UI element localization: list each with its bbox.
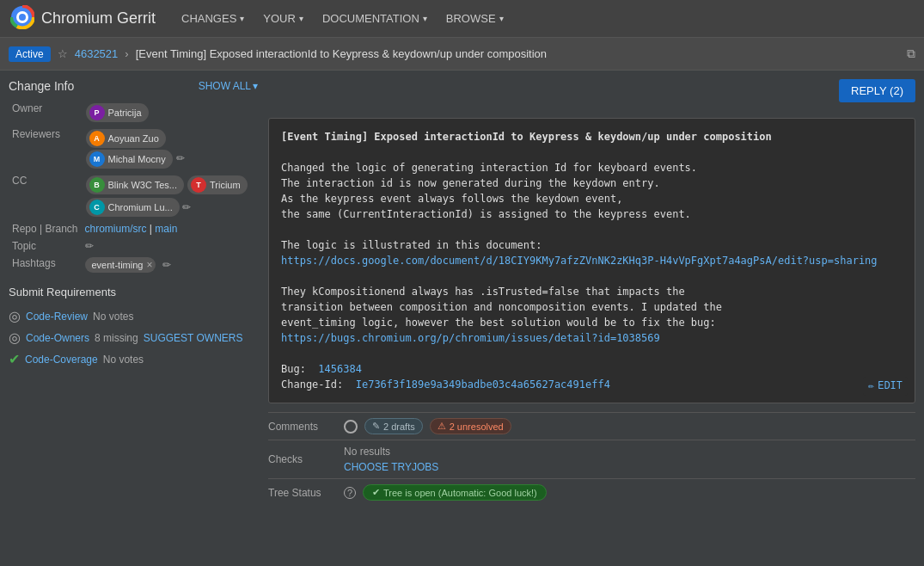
- chevron-down-icon: ▾: [299, 14, 303, 23]
- show-all-button[interactable]: SHOW ALL ▾: [199, 80, 258, 92]
- edit-cc-icon[interactable]: ✏: [182, 201, 191, 213]
- change-info-header: Change Info SHOW ALL ▾: [9, 79, 258, 93]
- checks-row: Checks No results CHOOSE TRYJOBS: [268, 440, 915, 478]
- hashtags-label: Hashtags: [9, 255, 82, 275]
- req-code-owners-missing: 8 missing: [95, 332, 138, 344]
- edit-hashtags-icon[interactable]: ✏: [162, 259, 171, 271]
- app-header: Chromium Gerrit CHANGES ▾ YOUR ▾ DOCUMEN…: [0, 0, 924, 38]
- submit-requirements-section: Submit Requirements ◎ Code-Review No vot…: [9, 286, 258, 370]
- comment-circle-icon: [344, 420, 358, 434]
- help-icon[interactable]: ?: [344, 487, 356, 499]
- avatar: C: [89, 200, 105, 215]
- reviewer2-chip[interactable]: M Michal Mocny: [86, 150, 173, 169]
- main-nav: CHANGES ▾ YOUR ▾ DOCUMENTATION ▾ BROWSE …: [173, 7, 512, 30]
- avatar: B: [89, 177, 105, 193]
- drafts-badge[interactable]: ✎ 2 drafts: [364, 418, 423, 434]
- req-code-owners-link[interactable]: Code-Owners: [26, 332, 89, 344]
- reviewer1-chip[interactable]: A Aoyuan Zuo: [86, 129, 166, 148]
- cc2-chip[interactable]: T Tricium: [187, 175, 248, 194]
- avatar: P: [89, 105, 105, 120]
- app-title: Chromium Gerrit: [41, 9, 156, 28]
- hashtags-row: Hashtags event-timing × ✏: [9, 255, 258, 275]
- nav-changes[interactable]: CHANGES ▾: [173, 7, 253, 30]
- reply-button[interactable]: REPLY (2): [839, 79, 915, 102]
- cc-value: B Blink W3C Tes... T Tricium C Chromium …: [82, 172, 259, 220]
- repo-branch-row: Repo | Branch chromium/src | main: [9, 220, 258, 237]
- right-panel: REPLY (2) [Event Timing] Exposed interac…: [268, 79, 915, 506]
- comments-row: Comments ✎ 2 drafts ⚠ 2 unresolved: [268, 412, 915, 440]
- submit-requirements-title: Submit Requirements: [9, 286, 258, 298]
- comments-label: Comments: [268, 421, 337, 433]
- nav-browse[interactable]: BROWSE ▾: [438, 7, 512, 30]
- chevron-down-icon: ▾: [240, 14, 244, 23]
- req-code-review: ◎ Code-Review No votes: [9, 305, 258, 327]
- remove-hashtag-icon[interactable]: ×: [146, 259, 152, 271]
- reviewers-label: Reviewers: [9, 126, 82, 172]
- left-panel: Change Info SHOW ALL ▾ Owner P Patricija…: [9, 79, 258, 506]
- chevron-down-icon: ▾: [253, 80, 258, 92]
- edit-topic-icon[interactable]: ✏: [85, 240, 94, 252]
- suggest-owners-button[interactable]: SUGGEST OWNERS: [144, 332, 243, 344]
- change-id-link[interactable]: Ie736f3f189e9a349badbe03c4a65627ac491eff…: [356, 378, 610, 391]
- star-icon[interactable]: ☆: [58, 47, 68, 60]
- nav-documentation[interactable]: DOCUMENTATION ▾: [314, 7, 436, 30]
- chevron-icon: ›: [125, 47, 128, 60]
- commit-message-box: [Event Timing] Exposed interactionId to …: [268, 118, 915, 403]
- app-logo: [10, 5, 38, 32]
- nav-your[interactable]: YOUR ▾: [254, 7, 312, 30]
- cc3-chip[interactable]: C Chromium Lu...: [86, 198, 180, 217]
- req-code-review-link[interactable]: Code-Review: [26, 311, 88, 323]
- main-content: Change Info SHOW ALL ▾ Owner P Patricija…: [0, 71, 924, 514]
- pending-icon: ◎: [9, 308, 21, 324]
- tree-status-row: Tree Status ? ✔ Tree is open (Automatic:…: [268, 478, 915, 506]
- unresolved-icon: ⚠: [438, 421, 446, 432]
- unresolved-badge[interactable]: ⚠ 2 unresolved: [430, 418, 511, 434]
- bug-link[interactable]: https://bugs.chromium.org/p/chromium/iss…: [281, 332, 660, 344]
- tree-status-badge: ✔ Tree is open (Automatic: Good luck!): [363, 484, 547, 501]
- change-info-table: Owner P Patricija Reviewers A Aoyuan Zuo: [9, 100, 258, 275]
- change-number-link[interactable]: 4632521: [75, 47, 119, 60]
- repo-value: chromium/src | main: [82, 220, 259, 237]
- commit-title: [Event Timing] Exposed interactionId to …: [281, 131, 772, 143]
- cc-chips-row2: C Chromium Lu... ✏: [85, 197, 255, 218]
- repo-link[interactable]: chromium/src: [85, 223, 147, 235]
- checks-label: Checks: [268, 453, 337, 465]
- cc-row: CC B Blink W3C Tes... T Tricium: [9, 172, 258, 220]
- avatar: A: [89, 131, 105, 146]
- owner-value: P Patricija: [82, 100, 259, 126]
- owner-row: Owner P Patricija: [9, 100, 258, 126]
- req-code-coverage-link[interactable]: Code-Coverage: [25, 354, 98, 366]
- avatar: M: [89, 151, 105, 167]
- owner-chip[interactable]: P Patricija: [86, 103, 149, 122]
- edit-reviewers-icon[interactable]: ✏: [176, 152, 185, 164]
- tree-status-label: Tree Status: [268, 487, 337, 499]
- cc1-chip[interactable]: B Blink W3C Tes...: [86, 175, 185, 194]
- branch-link[interactable]: main: [155, 223, 177, 235]
- cc-chips-row1: B Blink W3C Tes... T Tricium: [85, 175, 255, 195]
- change-title: [Event Timing] Exposed interactionId to …: [136, 47, 900, 60]
- hashtag-chip[interactable]: event-timing ×: [85, 257, 156, 273]
- doc-link[interactable]: https://docs.google.com/document/d/18CIY…: [281, 255, 878, 267]
- req-code-review-status: No votes: [93, 311, 133, 323]
- breadcrumb-bar: Active ☆ 4632521 › [Event Timing] Expose…: [0, 38, 924, 71]
- svg-point-2: [19, 14, 26, 21]
- req-code-owners: ◎ Code-Owners 8 missing SUGGEST OWNERS: [9, 327, 258, 348]
- req-code-coverage-status: No votes: [103, 354, 144, 366]
- owner-label: Owner: [9, 100, 82, 126]
- choose-tryjobs-button[interactable]: CHOOSE TRYJOBS: [344, 461, 438, 473]
- topic-row: Topic ✏: [9, 237, 258, 255]
- edit-commit-button[interactable]: ✏ EDIT: [863, 377, 908, 396]
- avatar: T: [191, 177, 206, 193]
- no-results-text: No results: [344, 446, 438, 458]
- reviewers-row: Reviewers A Aoyuan Zuo M Michal Mocny ✏: [9, 126, 258, 172]
- hashtags-value: event-timing × ✏: [82, 255, 259, 275]
- copy-icon[interactable]: ⧉: [907, 46, 915, 61]
- repo-label: Repo | Branch: [9, 220, 82, 237]
- change-info-title: Change Info: [9, 79, 74, 93]
- edit-icon: ✏: [868, 378, 874, 394]
- bug-number-link[interactable]: 1456384: [318, 363, 362, 375]
- topic-value: ✏: [82, 237, 259, 255]
- topic-label: Topic: [9, 237, 82, 255]
- reviewers-value: A Aoyuan Zuo M Michal Mocny ✏: [82, 126, 259, 172]
- pending-icon: ◎: [9, 329, 21, 346]
